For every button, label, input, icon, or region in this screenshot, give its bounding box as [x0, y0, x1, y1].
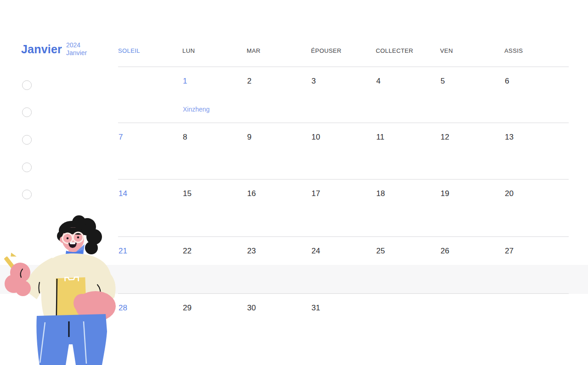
date-cell-22[interactable]: 22: [182, 237, 246, 293]
calendar-week-row-5: 28293031: [118, 294, 569, 365]
date-number: 19: [441, 189, 449, 198]
date-number: 23: [247, 247, 256, 256]
calendar-week-row-1: 1Xinzheng23456: [118, 67, 569, 123]
pants: [36, 314, 107, 365]
date-number: 31: [311, 303, 320, 313]
date-number: 15: [183, 189, 192, 198]
holiday-note: Xinzheng: [183, 106, 209, 113]
day-header-soleil: SOLEIL: [118, 47, 140, 54]
date-cell-23[interactable]: 23: [247, 237, 310, 293]
date-cell-18[interactable]: 18: [376, 180, 439, 236]
day-header-lun: LUN: [182, 47, 195, 54]
date-number: 5: [441, 77, 445, 86]
calendar-header-row: SOLEILLUNMARÉPOUSERCOLLECTERVENASSIS: [118, 44, 569, 67]
date-number: 13: [505, 133, 514, 142]
date-cell-5[interactable]: 5: [440, 67, 503, 123]
date-cell-1[interactable]: 1Xinzheng: [182, 67, 246, 123]
date-cell-8[interactable]: 8: [182, 123, 246, 179]
date-cell-4[interactable]: 4: [376, 67, 439, 123]
calendar-page: Janvier 2024 Janvier SOLEILLUNMARÉPOUSER…: [0, 0, 588, 365]
date-number: 4: [376, 77, 380, 86]
date-number: 29: [183, 303, 192, 313]
calendar-week-row-3: 14151617181920: [118, 180, 569, 237]
date-cell-26[interactable]: 26: [440, 237, 503, 293]
date-number: 18: [376, 189, 385, 198]
date-cell-27[interactable]: 27: [504, 237, 568, 293]
calendar-week-row-4: 21222324252627: [118, 237, 569, 294]
date-number: 12: [441, 133, 449, 142]
todo-circle-5[interactable]: [22, 190, 32, 199]
date-number: 17: [311, 189, 320, 198]
date-number: 30: [247, 303, 256, 313]
date-cell-6[interactable]: 6: [504, 67, 568, 123]
todo-circle-4[interactable]: [22, 163, 32, 172]
month-title: Janvier: [21, 41, 62, 57]
date-cell-31[interactable]: 31: [311, 294, 374, 365]
day-header-collecter: COLLECTER: [376, 47, 413, 54]
date-cell-12[interactable]: 12: [440, 123, 503, 179]
date-cell-7[interactable]: 7: [118, 123, 181, 179]
date-cell-13[interactable]: 13: [504, 123, 568, 179]
title-month-subtitle: Janvier: [66, 49, 87, 57]
todo-circle-2[interactable]: [22, 107, 32, 117]
date-cell-29[interactable]: 29: [182, 294, 246, 365]
date-number: 22: [183, 247, 192, 256]
date-number: 8: [183, 133, 187, 142]
date-cell-10[interactable]: 10: [311, 123, 374, 179]
date-cell-17[interactable]: 17: [311, 180, 374, 236]
day-header-assis: ASSIS: [504, 47, 523, 54]
calendar-week-row-2: 78910111213: [118, 123, 569, 180]
date-number: 1: [183, 77, 187, 86]
date-number: 16: [247, 189, 256, 198]
date-cell-20[interactable]: 20: [504, 180, 568, 236]
date-number: 14: [119, 189, 127, 198]
person-illustration: [0, 211, 138, 365]
date-number: 9: [247, 133, 251, 142]
date-number: 24: [311, 247, 320, 256]
todo-circle-3[interactable]: [22, 135, 32, 145]
date-number: 26: [441, 247, 449, 256]
day-header-mar: MAR: [247, 47, 260, 54]
date-cell-24[interactable]: 24: [311, 237, 374, 293]
date-cell-2[interactable]: 2: [247, 67, 310, 123]
calendar-grid: SOLEILLUNMARÉPOUSERCOLLECTERVENASSIS 1Xi…: [118, 44, 569, 365]
page-title: Janvier 2024 Janvier: [21, 41, 87, 57]
title-year: 2024: [66, 41, 87, 49]
day-header-ven: VEN: [440, 47, 453, 54]
date-cell-11[interactable]: 11: [376, 123, 439, 179]
date-cell-16[interactable]: 16: [247, 180, 310, 236]
date-number: 3: [311, 77, 316, 86]
date-cell-30[interactable]: 30: [247, 294, 310, 365]
date-number: 10: [311, 133, 320, 142]
date-number: 20: [505, 189, 514, 198]
title-side: 2024 Janvier: [66, 41, 87, 57]
date-cell-19[interactable]: 19: [440, 180, 503, 236]
date-cell-15[interactable]: 15: [182, 180, 246, 236]
hand-with-pencil: [4, 252, 31, 296]
date-cell-3[interactable]: 3: [311, 67, 374, 123]
date-number: 7: [119, 133, 123, 142]
date-cell-9[interactable]: 9: [247, 123, 310, 179]
day-header-épouser: ÉPOUSER: [311, 47, 341, 54]
todo-circle-1[interactable]: [22, 80, 32, 90]
date-cell-25[interactable]: 25: [376, 237, 439, 293]
date-number: 11: [376, 133, 384, 142]
date-number: 27: [505, 247, 514, 256]
date-number: 25: [376, 247, 385, 256]
date-number: 6: [505, 77, 509, 86]
date-number: 2: [247, 77, 251, 86]
